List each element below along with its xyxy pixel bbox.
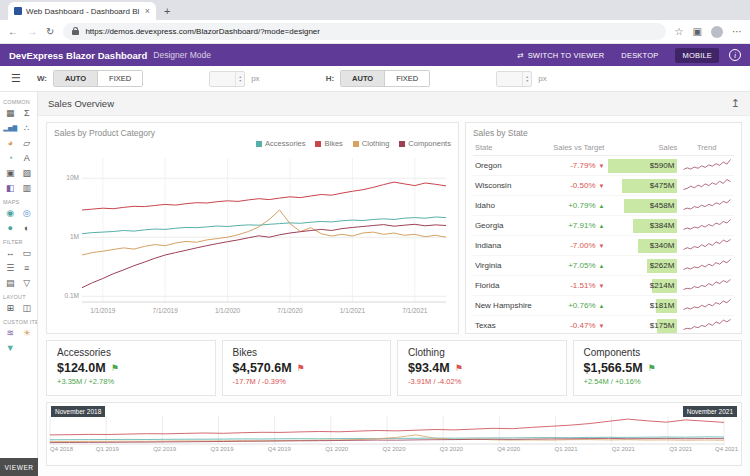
range-axis-label: Q4 2018 — [50, 446, 73, 452]
funnel-icon[interactable]: ▼ — [3, 342, 18, 355]
back-icon[interactable]: ← — [8, 26, 18, 37]
group-icon[interactable]: ⊞ — [3, 302, 18, 315]
new-tab-button[interactable]: + — [164, 6, 170, 17]
width-input[interactable]: ▴▾ — [209, 71, 245, 87]
sales-by-state-panel[interactable]: Sales by State State Sales vs Target Sal… — [465, 122, 742, 334]
tab-container-icon[interactable]: ◫ — [19, 302, 34, 315]
svg-text:1M: 1M — [70, 233, 79, 240]
state-row[interactable]: New Hampshire+0.76%▲$181M — [473, 296, 734, 316]
vs-target-value: -7.79% — [570, 161, 595, 170]
state-row[interactable]: Florida-1.51%▼$214M — [473, 276, 734, 296]
address-bar[interactable]: https://demos.devexpress.com/BlazorDashb… — [63, 23, 665, 40]
browser-tab[interactable]: Web Dashboard - Dashboard Bl × — [8, 2, 156, 20]
state-name-cell: New Hampshire — [473, 296, 544, 316]
grid-icon[interactable]: ▦ — [3, 107, 18, 120]
col-header-state[interactable]: State — [473, 140, 544, 156]
kpi-title: Clothing — [408, 347, 556, 358]
range-start-badge[interactable]: November 2018 — [51, 406, 105, 417]
state-row[interactable]: Indiana-7.00%▼$340M — [473, 236, 734, 256]
kpi-card-bikes[interactable]: Bikes$4,570.6M⚑-17.7M / -0.39% — [222, 340, 392, 396]
desktop-button[interactable]: DESKTOP — [614, 48, 665, 63]
date-filter-icon[interactable]: ▤ — [3, 277, 18, 290]
range-filter-icon[interactable]: ↔ — [3, 247, 18, 260]
range-filter-chart[interactable] — [49, 415, 725, 445]
height-auto-button[interactable]: AUTO — [341, 71, 384, 86]
trend-cell — [679, 296, 734, 316]
cards-icon[interactable]: ▱ — [19, 137, 34, 150]
favorites-star-icon[interactable]: ☆ — [675, 26, 684, 37]
trend-cell — [679, 196, 734, 216]
treemap-icon[interactable]: ◧ — [3, 182, 18, 195]
svg-text:10M: 10M — [66, 174, 79, 181]
state-row[interactable]: Oregon-7.79%▼$590M — [473, 156, 734, 176]
state-row[interactable]: Virginia+7.05%▲$262M — [473, 256, 734, 276]
chart-icon[interactable]: ▂▅▇ — [3, 122, 18, 135]
pivot-icon[interactable]: Σ — [19, 107, 34, 120]
viewer-tab-button[interactable]: VIEWER — [0, 458, 38, 476]
gauges-icon[interactable]: ◔ — [3, 152, 18, 165]
width-label: W: — [37, 74, 47, 83]
image-icon[interactable]: ▣ — [3, 167, 18, 180]
sales-vs-target-cell: +0.76%▲ — [544, 296, 607, 316]
collections-icon[interactable]: ▣ — [693, 26, 702, 37]
refresh-icon[interactable]: ↻ — [46, 26, 54, 37]
tree-view-icon[interactable]: ≡ — [19, 262, 34, 275]
info-icon[interactable]: i — [729, 49, 741, 61]
trend-sparkline — [682, 318, 732, 331]
kpi-card-accessories[interactable]: Accessories$124.0M⚑+3.35M / +2.78% — [46, 340, 216, 396]
pie-map-icon[interactable]: ◐ — [19, 222, 34, 235]
sunburst-icon[interactable]: ☀ — [19, 327, 34, 340]
tab-close-icon[interactable]: × — [145, 6, 150, 16]
state-row[interactable]: Georgia+7.91%▲$384M — [473, 216, 734, 236]
kpi-card-components[interactable]: Components$1,566.5M⚑+2.54M / +0.16% — [573, 340, 743, 396]
vs-target-value: -7.00% — [570, 241, 595, 250]
browser-menu-icon[interactable]: ⋯ — [732, 26, 742, 37]
spin-down-icon[interactable]: ▾ — [239, 79, 241, 83]
legend-item: Clothing — [353, 139, 390, 148]
hamburger-menu-icon[interactable]: ☰ — [11, 72, 21, 85]
range-end-badge[interactable]: November 2021 — [683, 406, 737, 417]
range-axis-label: Q3 2020 — [440, 446, 463, 452]
choropleth-map-icon[interactable]: ◉ — [3, 207, 18, 220]
sankey-icon[interactable]: ≋ — [3, 327, 18, 340]
bubble-map-icon[interactable]: ● — [3, 222, 18, 235]
range-axis-label: Q3 2019 — [210, 446, 233, 452]
range-filter-panel[interactable]: November 2018 November 2021 Q4 2018Q1 20… — [46, 402, 742, 466]
col-header-trend[interactable]: Trend — [679, 140, 734, 156]
kpi-card-clothing[interactable]: Clothing$93.4M⚑-3.91M / -4.02% — [397, 340, 567, 396]
col-header-sales-vs-target[interactable]: Sales vs Target — [544, 140, 607, 156]
category-line-chart[interactable]: 1/1/20197/1/20191/1/20207/1/20201/1/2021… — [54, 150, 451, 318]
vs-target-value: +0.79% — [568, 201, 595, 210]
filter-icon[interactable]: ▽ — [19, 277, 34, 290]
export-icon[interactable]: ↥ — [731, 97, 740, 110]
width-fixed-button[interactable]: FIXED — [97, 71, 142, 86]
range-axis-label: Q3 2021 — [669, 446, 692, 452]
forward-icon[interactable]: → — [27, 26, 37, 37]
scatter-chart-icon[interactable]: ∴ — [19, 122, 34, 135]
spin-down-icon[interactable]: ▾ — [526, 79, 528, 83]
height-input[interactable]: ▴▾ — [496, 71, 532, 87]
height-fixed-button[interactable]: FIXED — [384, 71, 429, 86]
filter-elements-icon[interactable]: ▥ — [19, 182, 34, 195]
state-row[interactable]: Idaho+0.79%▲$458M — [473, 196, 734, 216]
width-auto-button[interactable]: AUTO — [54, 71, 97, 86]
bound-image-icon[interactable]: ▨ — [19, 167, 34, 180]
state-row[interactable]: Texas-0.47%▼$175M — [473, 316, 734, 335]
geo-point-map-icon[interactable]: ◎ — [19, 207, 34, 220]
state-row[interactable]: Wisconsin-0.50%▼$475M — [473, 176, 734, 196]
trend-sparkline — [682, 258, 732, 271]
down-triangle-icon: ▼ — [599, 183, 605, 189]
sales-cell: $590M — [606, 156, 679, 176]
sales-vs-target-cell: -0.50%▼ — [544, 176, 607, 196]
mobile-button[interactable]: MOBILE — [675, 48, 719, 63]
sales-value: $384M — [650, 221, 674, 230]
combo-box-icon[interactable]: ▭ — [19, 247, 34, 260]
switch-to-viewer-button[interactable]: ⇄ SWITCH TO VIEWER — [517, 51, 604, 60]
profile-avatar[interactable] — [711, 26, 723, 38]
list-box-icon[interactable]: ☰ — [3, 262, 18, 275]
col-header-sales[interactable]: Sales — [606, 140, 679, 156]
pies-icon[interactable]: ◕ — [3, 137, 18, 150]
text-box-icon[interactable]: A — [19, 152, 34, 165]
sales-value: $458M — [650, 201, 674, 210]
sales-by-category-panel[interactable]: Sales by Product Category AccessoriesBik… — [46, 122, 459, 334]
